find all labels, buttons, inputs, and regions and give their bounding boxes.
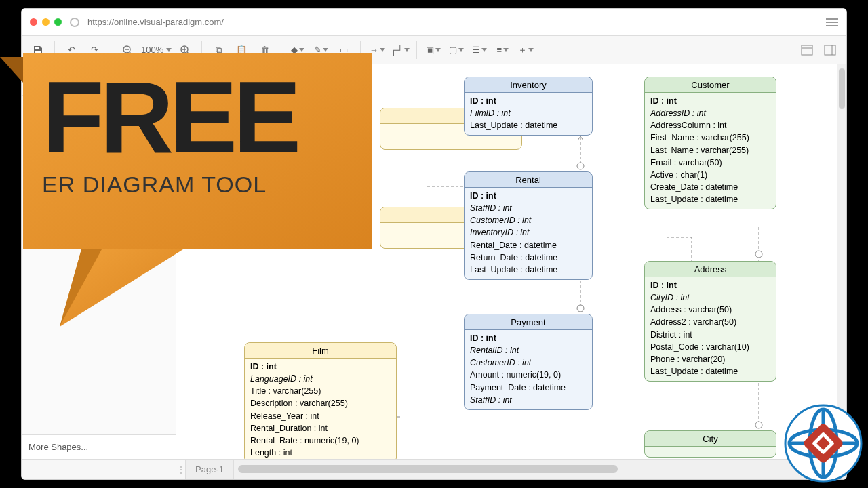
waypoint-icon[interactable]: ┌┘ <box>391 41 410 60</box>
zoom-in-icon[interactable] <box>176 41 195 60</box>
svg-marker-17 <box>0 57 23 83</box>
close-icon[interactable] <box>30 18 37 26</box>
entity-field: AddressColumn : int <box>650 119 770 131</box>
to-front-icon[interactable]: ▣ <box>424 41 443 60</box>
menu-icon[interactable] <box>826 18 838 26</box>
format-panel-icon[interactable] <box>821 41 840 60</box>
svg-point-16 <box>755 422 762 428</box>
redo-icon[interactable]: ↷ <box>85 41 104 60</box>
entity-inventory[interactable]: Inventory ID : intFilmID : intLast_Updat… <box>464 77 593 136</box>
entity-title: Inventory <box>465 77 592 93</box>
entity-field: Amount : numeric(19, 0) <box>470 369 587 381</box>
window-controls[interactable] <box>30 18 62 26</box>
entity-field: ID : int <box>470 332 587 344</box>
entity-film[interactable]: Film ID : intLanguageID : intTitle : var… <box>244 342 397 459</box>
entity-title: City <box>645 431 776 447</box>
line-color-icon[interactable]: ✎ <box>311 41 330 60</box>
svg-point-14 <box>577 305 584 312</box>
brand-logo <box>784 404 863 483</box>
entity-field: Active : char(1) <box>650 169 770 181</box>
entity-field: Address2 : varchar(50) <box>650 316 770 328</box>
entity-field: ID : int <box>650 95 770 107</box>
svg-rect-0 <box>35 47 39 49</box>
entity-title: Customer <box>645 77 776 93</box>
entity-address[interactable]: Address ID : intCityID : intAddress : va… <box>644 261 776 382</box>
page-handle-icon[interactable]: ⋮ <box>176 460 186 479</box>
address-bar[interactable]: https://online.visual-paradigm.com/ <box>87 17 224 27</box>
svg-rect-9 <box>802 45 812 55</box>
shape-entity-green[interactable] <box>28 136 53 149</box>
app-window: https://online.visual-paradigm.com/ ↶ ↷ … <box>21 8 847 480</box>
connector-icon[interactable]: → <box>368 41 387 60</box>
minimize-icon[interactable] <box>42 18 50 26</box>
entity-customer[interactable]: Customer ID : intAddressID : intAddressC… <box>644 77 776 209</box>
delete-icon[interactable]: 🗑 <box>255 41 274 60</box>
entity-field: ID : int <box>470 95 587 107</box>
outline-panel-icon[interactable] <box>797 41 816 60</box>
entity-field: Title : varchar(255) <box>250 385 391 397</box>
site-info-icon[interactable] <box>70 18 79 27</box>
save-icon[interactable] <box>28 41 47 60</box>
to-back-icon[interactable]: ▢ <box>447 41 466 60</box>
entity-field: FilmID : int <box>470 107 587 119</box>
entity-title: Address <box>645 262 776 277</box>
paste-icon[interactable]: 📋 <box>232 41 251 60</box>
distribute-icon[interactable]: ≡ <box>493 41 512 60</box>
svg-point-13 <box>577 163 584 169</box>
zoom-level[interactable]: 100% <box>141 45 172 55</box>
svg-rect-11 <box>825 45 835 55</box>
entity-field: LanguageID : int <box>250 373 391 385</box>
entity-field: StaffID : int <box>470 394 587 406</box>
horizontal-scrollbar[interactable] <box>234 460 846 479</box>
entity-field: Last_Update : datetime <box>650 193 770 205</box>
entity-field: CityID : int <box>650 291 770 304</box>
page-tab[interactable]: Page-1 <box>186 460 234 479</box>
entity-field: Last_Update : datetime <box>650 365 770 378</box>
entity-field: StaffID : int <box>470 202 587 214</box>
fill-icon[interactable]: ◆ <box>288 41 307 60</box>
svg-line-3 <box>130 52 132 55</box>
sidebar-category-er[interactable]: Entity Relationship <box>22 95 176 114</box>
entity-field: Last_Name : varchar(255) <box>650 144 770 157</box>
svg-rect-1 <box>35 51 41 54</box>
zoom-out-icon[interactable] <box>118 41 137 60</box>
entity-field: Create_Date : datetime <box>650 181 770 193</box>
entity-title: Payment <box>465 314 592 330</box>
entity-field: Rental_Rate : numeric(19, 0) <box>250 434 391 447</box>
entity-field: ID : int <box>650 279 770 291</box>
footer: ⋮ Page-1 <box>22 459 846 479</box>
entity-field: Postal_Code : varchar(10) <box>650 341 770 353</box>
entity-field: ID : int <box>470 190 587 202</box>
entity-field: ID : int <box>250 361 391 373</box>
toolbar: ↶ ↷ 100% ⧉ 📋 🗑 ◆ ✎ ▭ → ┌┘ ▣ ▢ ☰ ≡ ＋ <box>22 36 846 64</box>
entity-field: First_Name : varchar(255) <box>650 131 770 144</box>
entity-field: Description : varchar(255) <box>250 397 391 409</box>
entity-rental[interactable]: Rental ID : intStaffID : intCustomerID :… <box>464 171 593 280</box>
undo-icon[interactable]: ↶ <box>62 41 81 60</box>
entity-field: CustomerID : int <box>470 214 587 226</box>
entity-city[interactable]: City <box>644 430 776 458</box>
entity-field: Release_Year : int <box>250 410 391 422</box>
shadow-icon[interactable]: ▭ <box>334 41 353 60</box>
canvas[interactable]: Inventory ID : intFilmID : intLast_Updat… <box>176 64 846 459</box>
shape-entity-yellow[interactable] <box>28 118 53 131</box>
copy-icon[interactable]: ⧉ <box>209 41 228 60</box>
entity-field: Payment_Date : datetime <box>470 382 587 394</box>
entity-payment[interactable]: Payment ID : intRentalID : intCustomerID… <box>464 314 593 410</box>
entity-field: CustomerID : int <box>470 357 587 369</box>
sidebar: Entity Relationship More Shapes... <box>22 64 176 459</box>
entity-field: Email : varchar(50) <box>650 157 770 169</box>
search-input[interactable] <box>27 70 170 89</box>
more-shapes-button[interactable]: More Shapes... <box>22 434 176 459</box>
align-icon[interactable]: ☰ <box>470 41 489 60</box>
entity-field: Last_Update : datetime <box>470 119 587 131</box>
entity-field: Length : int <box>250 447 391 459</box>
maximize-icon[interactable] <box>54 18 62 26</box>
vertical-scrollbar[interactable] <box>837 64 846 459</box>
entity-field: AddressID : int <box>650 107 770 119</box>
entity-field: Rental_Duration : int <box>250 422 391 434</box>
workspace: Entity Relationship More Shapes... <box>22 64 846 459</box>
entity-field: Address : varchar(50) <box>650 304 770 316</box>
add-icon[interactable]: ＋ <box>516 41 535 60</box>
entity-field: RentalID : int <box>470 344 587 357</box>
